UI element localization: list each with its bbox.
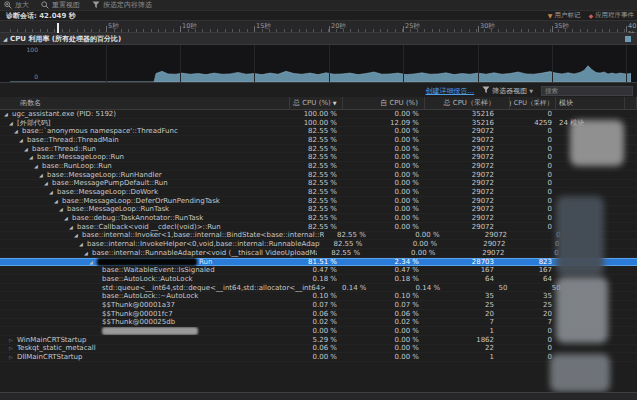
table-row[interactable]: ◢base::RunLoop::Run82.55 %0.00 %290720 xyxy=(0,162,637,171)
ruler-tick-mark xyxy=(106,26,107,32)
expander-icon[interactable]: ◢ xyxy=(74,232,82,238)
cell-function-name: ◢base::MessagePumpDefault::Run xyxy=(0,179,290,187)
table-row[interactable]: ◢base::internal::InvokeHelper<0,void,bas… xyxy=(0,240,637,249)
function-name-text: base::MessageLoop::DoWork xyxy=(57,188,158,196)
expander-icon[interactable]: ◢ xyxy=(64,215,72,221)
column-header-module[interactable]: 模块 xyxy=(556,97,625,110)
cell-self-cpu-pct: 0.02 % xyxy=(343,318,425,326)
ruler-minor-ticks xyxy=(10,29,631,32)
expander-icon[interactable]: ◢ xyxy=(24,146,32,152)
cell-function-name: ▷WinMainCRTStartup xyxy=(0,336,290,344)
cell-function-name: ◢base::debug::TaskAnnotator::RunTask xyxy=(0,214,290,222)
expander-icon[interactable]: ◢ xyxy=(44,180,52,186)
cell-total-cpu-pct: 82.55 % xyxy=(324,231,372,239)
expander-icon[interactable]: ◢ xyxy=(49,189,57,195)
table-row[interactable]: $$Thunk@000025db0.02 %0.02 %77 xyxy=(0,319,637,328)
legend-mark-icon: ▼ xyxy=(548,12,553,19)
expander-icon[interactable]: ◢ xyxy=(29,154,37,160)
create-detailed-report-link[interactable]: 创建详细报告... xyxy=(425,86,474,96)
search-input[interactable] xyxy=(541,86,633,96)
cell-self-cpu-pct: 0.00 % xyxy=(343,153,425,161)
expander-icon[interactable]: ◢ xyxy=(84,250,92,256)
expander-icon[interactable]: ▷ xyxy=(9,345,17,351)
table-row[interactable]: ◢[外部代码]100.00 %12.09 %35216425924 模块 xyxy=(0,119,637,128)
cpu-usage-graph[interactable]: 100 0 xyxy=(0,45,637,83)
session-row: 诊断会话: 42.049 秒 ▼用户标记◆应用程序事件 xyxy=(0,11,637,20)
cpu-usage-plot-area[interactable] xyxy=(10,45,631,82)
expander-icon[interactable]: ◢ xyxy=(59,206,67,212)
expander-icon[interactable]: ◢ xyxy=(4,111,12,117)
expander-icon[interactable]: ◢ xyxy=(34,163,42,169)
cell-self-cpu-pct: 0.00 % xyxy=(372,231,446,239)
expander-icon[interactable]: ◢ xyxy=(69,224,77,230)
table-row[interactable]: std::queue<__int64,std::deque<__int64,st… xyxy=(0,284,637,293)
column-header-self-cpu-samples[interactable]: 自 CPU（采样） xyxy=(510,97,556,110)
function-name-text: $$Thunk@00001fc7 xyxy=(102,310,173,318)
legend-item: ◆应用程序事件 xyxy=(588,11,634,20)
zoom-in-button[interactable]: 放大 xyxy=(4,0,29,10)
expander-icon[interactable]: ◢ xyxy=(89,259,97,265)
table-row[interactable]: ◢base::MessageLoop::DoWork82.55 %0.00 %2… xyxy=(0,188,637,197)
cell-total-cpu-samples: 29072 xyxy=(425,127,510,135)
table-row[interactable]: ▷WinMainCRTStartup5.29 %0.00 %18620 xyxy=(0,336,637,345)
table-row[interactable]: base::AutoLock::AutoLock0.18 %0.18 %6464 xyxy=(0,275,637,284)
table-row[interactable]: ◢base::`anonymous namespace'::ThreadFunc… xyxy=(0,127,637,136)
table-row[interactable]: ◢base::Callback<void __cdecl(void)>::Run… xyxy=(0,223,637,232)
table-row[interactable]: ◢base::MessageLoop::RunTask82.55 %0.00 %… xyxy=(0,206,637,215)
table-row[interactable]: base::WaitableEvent::IsSignaled0.47 %0.4… xyxy=(0,266,637,275)
table-row[interactable]: ◢base::MessagePumpDefault::Run82.55 %0.0… xyxy=(0,180,637,189)
timeline-caret[interactable] xyxy=(57,23,59,33)
filter-by-selection-button[interactable]: 按选定内容筛选 xyxy=(92,0,152,10)
expander-icon[interactable]: ▷ xyxy=(9,354,17,360)
table-row[interactable]: ◢base::MessageLoop::DeferOrRunPendingTas… xyxy=(0,197,637,206)
table-row[interactable]: 0.00 %0.00 %10 xyxy=(0,327,637,336)
cell-total-cpu-samples: 29072 xyxy=(443,240,521,248)
cell-function-name: ◢base::MessageLoop::RunTask xyxy=(0,205,290,213)
table-row[interactable]: ◢base::MessageLoop::Run82.55 %0.00 %2907… xyxy=(0,153,637,162)
table-row[interactable]: base::AutoLock::~AutoLock0.10 %0.10 %353… xyxy=(0,292,637,301)
expander-icon[interactable]: ▷ xyxy=(9,337,17,343)
expander-icon[interactable]: ◢ xyxy=(19,137,27,143)
table-row[interactable]: ◢base::Thread::ThreadMain82.55 %0.00 %29… xyxy=(0,136,637,145)
table-row[interactable]: $$Thunk@00001fc70.06 %0.06 %2020 xyxy=(0,310,637,319)
expander-icon[interactable]: ◢ xyxy=(9,120,17,126)
cell-total-cpu-samples: 29072 xyxy=(425,197,510,205)
column-header-total-cpu-pct[interactable]: 总 CPU (%)▼ xyxy=(290,97,343,110)
cell-total-cpu-pct: 0.18 % xyxy=(290,275,343,283)
cell-total-cpu-pct: 0.00 % xyxy=(290,353,343,361)
table-row[interactable]: ◢base::internal::Invoker<1,base::interna… xyxy=(0,232,637,241)
table-row[interactable]: ◢base::debug::TaskAnnotator::RunTask82.5… xyxy=(0,214,637,223)
table-row-selected[interactable]: ◢Run81.51 %2.34 %28703823 xyxy=(0,258,637,267)
timeline-ruler[interactable]: 5秒10秒15秒20秒25秒30秒35秒40秒 xyxy=(0,20,637,33)
expander-icon[interactable]: ◢ xyxy=(14,128,22,134)
table-row[interactable]: ◢base::MessageLoop::RunHandler82.55 %0.0… xyxy=(0,171,637,180)
table-row[interactable]: $$Thunk@00001a370.07 %0.07 %2525 xyxy=(0,301,637,310)
filter-view-dropdown[interactable]: 筛选器视图 ▼ xyxy=(482,86,533,96)
table-row[interactable]: ◢base::internal::RunnableAdapter<void (_… xyxy=(0,249,637,258)
cell-self-cpu-samples: 0 xyxy=(510,127,556,135)
ruler-tick-mark xyxy=(403,26,404,32)
expander-icon[interactable]: ◢ xyxy=(79,241,87,247)
cell-self-cpu-samples: 0 xyxy=(510,162,556,170)
expander-icon[interactable]: ◢ xyxy=(39,172,47,178)
graph-gridline xyxy=(403,45,404,82)
cell-total-cpu-pct: 82.55 % xyxy=(290,179,343,187)
cell-function-name: $$Thunk@000025db xyxy=(0,318,290,326)
function-name-text: base::MessageLoop::RunHandler xyxy=(47,171,162,179)
cell-total-cpu-samples: 29072 xyxy=(425,179,510,187)
column-header-function-name[interactable]: 函数名 xyxy=(0,97,290,110)
table-row[interactable]: ◢base::Thread::Run82.55 %0.00 %290720 xyxy=(0,145,637,154)
cell-self-cpu-samples: 4259 xyxy=(510,119,556,127)
expander-icon[interactable]: ◢ xyxy=(54,198,62,204)
table-row[interactable]: ▷DllMainCRTStartup0.00 %0.00 %10 xyxy=(0,353,637,362)
column-header-self-cpu-pct[interactable]: 自 CPU (%) xyxy=(343,97,425,110)
cell-self-cpu-samples: 0 xyxy=(510,110,556,118)
ruler-tick-label: 35秒 xyxy=(554,22,569,31)
reset-view-button[interactable]: 重置视图 xyxy=(41,0,80,10)
column-header-total-cpu-samples[interactable]: 总 CPU（采样） xyxy=(425,97,510,110)
cpu-section-header[interactable]: ◢ CPU 利用率 (所有处理器的百分比) xyxy=(0,33,637,45)
cell-self-cpu-pct: 0.14 % xyxy=(373,284,447,292)
section-expander-icon[interactable]: ◢ xyxy=(0,36,10,42)
function-name-text: base::WaitableEvent::IsSignaled xyxy=(102,266,215,274)
table-row[interactable]: ▷Teskqt_static_metacall0.06 %0.00 %220 xyxy=(0,345,637,354)
